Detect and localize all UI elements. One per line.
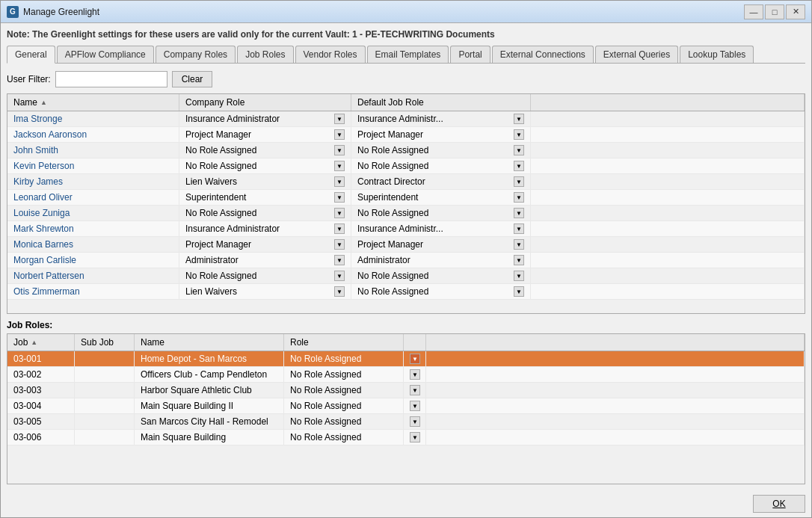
table-row[interactable]: Kevin PetersonNo Role Assigned▼No Role A… — [7, 158, 805, 174]
company-role-dropdown-arrow[interactable]: ▼ — [334, 208, 345, 218]
job-role-dropdown-arrow[interactable]: ▼ — [514, 192, 524, 203]
job-role-dropdown-arrow[interactable]: ▼ — [514, 114, 524, 124]
job-name-cell: Harbor Square Athletic Club — [135, 383, 284, 398]
job-role-dropdown-btn[interactable]: ▼ — [410, 385, 420, 395]
table-row[interactable]: Mark ShrewtonInsurance Administrator▼Ins… — [7, 221, 805, 237]
table-row[interactable]: Otis ZimmermanLien Waivers▼No Role Assig… — [7, 284, 805, 300]
job-role-dropdown-btn[interactable]: ▼ — [410, 354, 420, 364]
job-role-dropdown-arrow[interactable]: ▼ — [514, 255, 524, 265]
user-name-cell: Otis Zimmerman — [7, 284, 179, 299]
job-role-dropdown[interactable]: ▼ — [404, 351, 426, 366]
user-name-cell: Norbert Pattersen — [7, 268, 179, 283]
table-row[interactable]: Jackson AaronsonProject Manager▼Project … — [7, 127, 805, 143]
job-role-dropdown-arrow[interactable]: ▼ — [514, 223, 524, 234]
job-role-dropdown-arrow[interactable]: ▼ — [514, 129, 524, 140]
job-role-dropdown[interactable]: ▼ — [404, 383, 426, 398]
job-role-dropdown-arrow[interactable]: ▼ — [514, 176, 524, 187]
row-spacer — [531, 190, 805, 205]
job-table-row[interactable]: 03-006Main Square BuildingNo Role Assign… — [7, 430, 805, 445]
job-role-dropdown-btn[interactable]: ▼ — [410, 416, 420, 427]
tab-general[interactable]: General — [7, 46, 55, 64]
tab-job-roles[interactable]: Job Roles — [237, 46, 293, 63]
job-role-dropdown-btn[interactable]: ▼ — [410, 369, 420, 380]
filter-label: User Filter: — [7, 74, 51, 84]
job-role-dropdown-arrow[interactable]: ▼ — [514, 286, 524, 297]
default-job-role-cell: Superintendent▼ — [351, 190, 531, 205]
job-table-row[interactable]: 03-002Officers Club - Camp PendletonNo R… — [7, 367, 805, 383]
job-role-dropdown-arrow[interactable]: ▼ — [514, 208, 524, 218]
job-role-dropdown-arrow[interactable]: ▼ — [514, 161, 524, 171]
tab-external-connections[interactable]: External Connections — [492, 46, 594, 63]
table-row[interactable]: Ima StrongeInsurance Administrator▼Insur… — [7, 111, 805, 127]
company-role-dropdown-arrow[interactable]: ▼ — [334, 176, 345, 187]
company-role-dropdown-arrow[interactable]: ▼ — [334, 239, 345, 250]
job-table-row[interactable]: 03-004Main Square Building IINo Role Ass… — [7, 398, 805, 414]
col-default-job-role: Default Job Role — [351, 94, 531, 111]
maximize-button[interactable]: □ — [765, 4, 784, 19]
job-row-spacer — [426, 398, 805, 413]
clear-button[interactable]: Clear — [172, 71, 213, 87]
default-job-role-cell: No Role Assigned▼ — [351, 268, 531, 283]
col-name: Name ▲ — [7, 94, 179, 111]
minimize-button[interactable]: — — [744, 4, 763, 19]
default-job-role-cell: Project Manager▼ — [351, 237, 531, 252]
job-role-dropdown[interactable]: ▼ — [404, 367, 426, 382]
user-table-body: Ima StrongeInsurance Administrator▼Insur… — [7, 111, 805, 313]
job-role-dropdown-arrow[interactable]: ▼ — [514, 145, 524, 155]
job-role-dropdown-btn[interactable]: ▼ — [410, 401, 420, 411]
company-role-dropdown-arrow[interactable]: ▼ — [334, 129, 345, 140]
default-job-role-cell: No Role Assigned▼ — [351, 143, 531, 158]
company-role-cell: Superintendent▼ — [179, 190, 351, 205]
job-role-dropdown[interactable]: ▼ — [404, 430, 426, 445]
company-role-dropdown-arrow[interactable]: ▼ — [334, 161, 345, 171]
job-name-cell: Main Square Building — [135, 430, 284, 445]
filter-input[interactable] — [55, 71, 167, 87]
job-table-row[interactable]: 03-001Home Depot - San MarcosNo Role Ass… — [7, 351, 805, 367]
tab-apflow[interactable]: APFlow Compliance — [57, 46, 154, 63]
company-role-dropdown-arrow[interactable]: ▼ — [334, 192, 345, 203]
job-role-dropdown[interactable]: ▼ — [404, 414, 426, 429]
job-row-spacer — [426, 383, 805, 398]
table-row[interactable]: Louise ZunigaNo Role Assigned▼No Role As… — [7, 206, 805, 221]
table-row[interactable]: Monica BarnesProject Manager▼Project Man… — [7, 237, 805, 253]
close-button[interactable]: ✕ — [786, 4, 805, 19]
tab-portal[interactable]: Portal — [450, 46, 490, 63]
app-icon: G — [7, 6, 19, 18]
job-role-dropdown[interactable]: ▼ — [404, 398, 426, 413]
job-number-cell: 03-005 — [7, 414, 75, 429]
ok-button[interactable]: OK — [753, 495, 805, 513]
sub-job-cell — [75, 398, 135, 413]
company-role-dropdown-arrow[interactable]: ▼ — [334, 286, 345, 297]
company-role-dropdown-arrow[interactable]: ▼ — [334, 114, 345, 124]
tab-lookup-tables[interactable]: Lookup Tables — [680, 46, 754, 63]
company-role-dropdown-arrow[interactable]: ▼ — [334, 145, 345, 155]
company-role-dropdown-arrow[interactable]: ▼ — [334, 271, 345, 281]
job-table-row[interactable]: 03-005San Marcos City Hall - RemodelNo R… — [7, 414, 805, 430]
content-area: Note: The Greenlight settings for these … — [1, 23, 811, 490]
tab-external-queries[interactable]: External Queries — [595, 46, 678, 63]
table-row[interactable]: John SmithNo Role Assigned▼No Role Assig… — [7, 143, 805, 158]
job-table-row[interactable]: 03-003Harbor Square Athletic ClubNo Role… — [7, 383, 805, 398]
table-row[interactable]: Leonard OliverSuperintendent▼Superintend… — [7, 190, 805, 206]
main-window: G Manage Greenlight — □ ✕ Note: The Gree… — [0, 0, 812, 518]
job-role-dropdown-arrow[interactable]: ▼ — [514, 271, 524, 281]
company-role-dropdown-arrow[interactable]: ▼ — [334, 255, 345, 265]
col-job-name: Name — [135, 334, 284, 351]
user-name-cell: Kirby James — [7, 174, 179, 189]
job-row-spacer — [426, 414, 805, 429]
tab-company-roles[interactable]: Company Roles — [156, 46, 236, 63]
job-role-dropdown-btn[interactable]: ▼ — [410, 432, 420, 443]
footer: OK — [1, 490, 811, 517]
user-name-cell: Leonard Oliver — [7, 190, 179, 205]
table-row[interactable]: Morgan CarlisleAdministrator▼Administrat… — [7, 253, 805, 268]
tab-email-templates[interactable]: Email Templates — [367, 46, 449, 63]
tab-vendor-roles[interactable]: Vendor Roles — [295, 46, 366, 63]
company-role-dropdown-arrow[interactable]: ▼ — [334, 223, 345, 234]
row-spacer — [531, 174, 805, 189]
default-job-role-cell: No Role Assigned▼ — [351, 284, 531, 299]
default-job-role-cell: No Role Assigned▼ — [351, 206, 531, 221]
table-row[interactable]: Kirby JamesLien Waivers▼Contract Directo… — [7, 174, 805, 190]
col-job-spacer — [426, 334, 805, 351]
table-row[interactable]: Norbert PattersenNo Role Assigned▼No Rol… — [7, 268, 805, 284]
job-role-dropdown-arrow[interactable]: ▼ — [514, 239, 524, 250]
